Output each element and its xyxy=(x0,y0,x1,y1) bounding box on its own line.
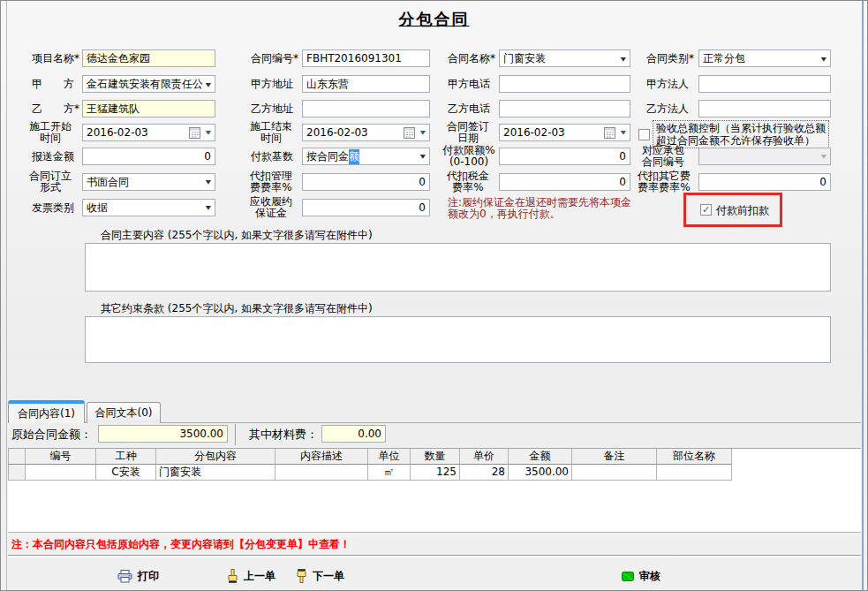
grid-row-indicator[interactable] xyxy=(8,465,26,481)
grid-header-cell[interactable]: 编号 xyxy=(26,449,96,465)
project-name-input[interactable]: 德达金色家园 xyxy=(82,49,215,67)
contract-no-label: 合同编号* xyxy=(251,52,298,64)
party-b-legal-input[interactable] xyxy=(698,100,831,117)
deposit-note: 注:履约保证金在退还时需要先将本项金额改为0，再执行付款。 xyxy=(448,197,631,220)
party-a-legal-input[interactable] xyxy=(698,75,831,93)
tab-contract-content[interactable]: 合同内容(1) xyxy=(8,400,85,423)
party-b-input[interactable]: 王猛建筑队 xyxy=(82,100,215,117)
mgmt-fee-rate-input[interactable]: 0 xyxy=(302,173,430,191)
audit-button[interactable]: 审核 xyxy=(622,568,660,584)
grid-cell[interactable]: 3500.00 xyxy=(509,465,572,481)
window-border-right xyxy=(862,1,864,590)
window-border-left xyxy=(6,1,7,590)
project-name-label: 项目名称* xyxy=(32,52,79,64)
grid-cell[interactable]: ㎡ xyxy=(368,465,411,481)
next-record-button[interactable]: 下一单 xyxy=(296,568,344,584)
other-terms-textarea[interactable] xyxy=(85,316,831,363)
tab-contract-text[interactable]: 合同文本(0) xyxy=(87,402,161,423)
grid-cell[interactable]: 125 xyxy=(411,465,460,481)
mgmt-fee-rate-label: 代扣管理费费率% xyxy=(244,170,298,193)
print-button[interactable]: 打印 xyxy=(117,568,159,584)
grid-cell[interactable]: 28 xyxy=(460,465,509,481)
contract-name-label: 合同名称* xyxy=(448,52,495,64)
audit-green-icon xyxy=(622,572,634,581)
other-fee-rate-input[interactable]: 0 xyxy=(698,173,831,191)
grid-cell[interactable]: C安装 xyxy=(96,465,156,481)
end-date-input[interactable]: 2016-02-03 ▼ xyxy=(302,124,430,141)
material-fee-label: 其中材料费： xyxy=(249,428,318,441)
prev-record-button[interactable]: 上一单 xyxy=(227,568,275,584)
sign-date-label: 合同签订日期 xyxy=(441,121,495,144)
contract-form-label: 合同订立形式 xyxy=(23,170,78,193)
grid-cell[interactable] xyxy=(657,465,732,481)
chevron-down-icon[interactable]: ▼ xyxy=(203,204,211,210)
contract-type-label: 合同类别* xyxy=(646,52,694,64)
deposit-input[interactable]: 0 xyxy=(302,199,430,216)
grid-header-cell[interactable]: 部位名称 xyxy=(657,449,732,465)
calendar-picker-button[interactable]: ▼ xyxy=(189,127,211,139)
calendar-icon xyxy=(604,127,615,139)
grid-header-cell[interactable]: 单位 xyxy=(368,449,411,465)
grid-header-row: 编号 工种 分包内容 内容描述 单位 数量 单价 金额 备注 部位名称 xyxy=(8,449,732,465)
party-a-address-label: 甲方地址 xyxy=(251,78,293,90)
grid-cell[interactable]: 门窗安装 xyxy=(156,465,275,481)
chevron-down-icon[interactable]: ▼ xyxy=(418,153,426,159)
grid-header-cell[interactable]: 工种 xyxy=(96,449,156,465)
contract-no-input[interactable]: FBHT2016091301 xyxy=(302,49,430,67)
grid-cell[interactable] xyxy=(275,465,368,481)
tax-fee-rate-input[interactable]: 0 xyxy=(499,173,630,191)
sign-date-input[interactable]: 2016-02-03 ▼ xyxy=(499,124,630,141)
party-a-address-input[interactable]: 山东东营 xyxy=(302,75,430,93)
party-b-label: 乙 方* xyxy=(32,102,79,115)
page-title: 分包合同 xyxy=(1,9,867,30)
end-date-label: 施工结束时间 xyxy=(244,121,298,144)
chevron-down-icon[interactable]: ▼ xyxy=(203,178,211,185)
contract-name-dropdown[interactable]: 门窗安装▼ xyxy=(499,49,630,67)
counter-contract-label: 对应承包合同编号 xyxy=(631,145,695,168)
main-content-textarea[interactable] xyxy=(85,243,831,292)
check-icon: ✓ xyxy=(702,206,710,215)
footer-note: 注：本合同内容只包括原始内容，变更内容请到【分包变更单】中查看！ xyxy=(11,537,351,552)
grid-header-cell[interactable]: 内容描述 xyxy=(275,449,368,465)
pre-payment-deduction-checkbox[interactable]: ✓ xyxy=(700,204,712,216)
report-amount-input[interactable]: 0 xyxy=(82,148,215,165)
party-a-phone-input[interactable] xyxy=(499,75,630,93)
original-amount-input[interactable]: 3500.00 xyxy=(98,425,228,443)
party-a-dropdown[interactable]: 金石建筑安装有限责任公司▼ xyxy=(82,75,215,93)
grid-header-cell[interactable]: 备注 xyxy=(572,449,657,465)
invoice-type-dropdown[interactable]: 收据▼ xyxy=(82,199,215,216)
calendar-icon xyxy=(404,127,415,139)
calendar-icon xyxy=(189,127,200,139)
contract-type-dropdown[interactable]: 正常分包▼ xyxy=(698,49,831,67)
party-b-address-input[interactable] xyxy=(302,100,430,117)
pay-limit-input[interactable]: 0 xyxy=(499,148,630,165)
grid-cell[interactable] xyxy=(26,465,96,481)
other-fee-rate-label: 代扣其它费费率费率% xyxy=(631,170,697,193)
grid-cell[interactable] xyxy=(572,465,657,481)
grid-header-cell[interactable]: 金额 xyxy=(509,449,572,465)
hand-up-icon xyxy=(227,569,238,583)
grid-header-cell[interactable]: 数量 xyxy=(411,449,460,465)
chevron-down-icon[interactable]: ▼ xyxy=(203,80,211,87)
party-b-address-label: 乙方地址 xyxy=(251,102,293,115)
chevron-down-icon[interactable]: ▼ xyxy=(819,55,826,61)
party-b-phone-input[interactable] xyxy=(499,100,630,117)
pre-payment-deduction-label[interactable]: 付款前扣款 xyxy=(716,204,769,216)
contract-items-grid: 编号 工种 分包内容 内容描述 单位 数量 单价 金额 备注 部位名称 C安装 … xyxy=(8,448,861,532)
start-date-input[interactable]: 2016-02-03 ▼ xyxy=(82,124,215,141)
grid-row[interactable]: C安装 门窗安装 ㎡ 125 28 3500.00 xyxy=(8,465,732,481)
pay-base-dropdown[interactable]: 按合同金额▼ xyxy=(302,148,430,165)
bottom-toolbar: 打印 上一单 下一单 审核 xyxy=(8,557,861,591)
chevron-down-icon[interactable]: ▼ xyxy=(618,55,626,61)
hand-down-icon xyxy=(296,569,307,583)
material-fee-input[interactable]: 0.00 xyxy=(321,425,386,443)
grid-header-cell[interactable]: 分包内容 xyxy=(156,449,275,465)
pay-base-label: 付款基数 xyxy=(251,150,293,163)
footer-note-bar: 注：本合同内容只包括原始内容，变更内容请到【分包变更单】中查看！ xyxy=(8,532,861,556)
chevron-down-icon: ▼ xyxy=(819,153,826,159)
accept-total-control-checkbox[interactable] xyxy=(638,129,650,140)
grid-header-cell[interactable]: 单价 xyxy=(460,449,509,465)
calendar-picker-button[interactable]: ▼ xyxy=(604,127,626,139)
contract-form-dropdown[interactable]: 书面合同▼ xyxy=(82,173,215,191)
calendar-picker-button[interactable]: ▼ xyxy=(404,127,426,139)
